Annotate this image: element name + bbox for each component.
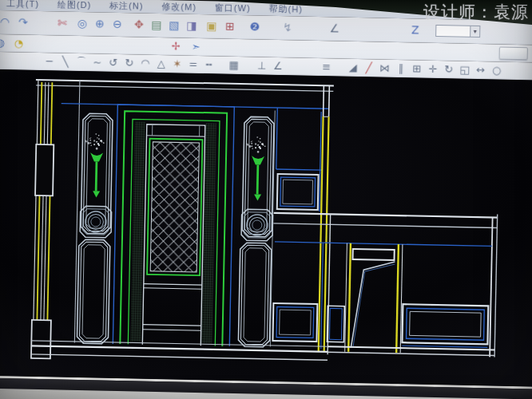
lightning-icon[interactable]: ↯ bbox=[281, 22, 293, 34]
help2-icon[interactable]: ❷ bbox=[248, 21, 260, 33]
scale-icon[interactable]: ◱ bbox=[459, 64, 470, 76]
measure-icon[interactable]: ≡ bbox=[320, 61, 332, 73]
photo-frame: 工具(T)绘图(D)标注(N)修改(M)窗口(W)帮助(H) ✎◠↷✄◎⊕⊖✥▤… bbox=[0, 0, 532, 399]
calculator-icon[interactable]: ⊞ bbox=[224, 21, 236, 33]
lattice-panel bbox=[147, 139, 202, 275]
menu-item-0[interactable]: 工具(T) bbox=[6, 0, 39, 10]
zoom-in-icon[interactable]: ⊕ bbox=[93, 18, 105, 30]
hatch-icon[interactable]: ▦ bbox=[228, 59, 240, 71]
redo-icon[interactable]: ↷ bbox=[17, 16, 29, 28]
zoom-previous-icon[interactable]: Z bbox=[409, 24, 421, 36]
layer-combo[interactable] bbox=[435, 25, 470, 38]
polygon-icon[interactable]: △ bbox=[155, 57, 167, 69]
perp-icon[interactable]: ⊥ bbox=[256, 59, 268, 71]
polyline-icon[interactable]: ~ bbox=[91, 56, 103, 68]
menu-item-1[interactable]: 绘图(D) bbox=[58, 0, 92, 11]
autocad-window: 工具(T)绘图(D)标注(N)修改(M)窗口(W)帮助(H) ✎◠↷✄◎⊕⊖✥▤… bbox=[0, 0, 532, 399]
corner-icon[interactable]: ◢ bbox=[347, 61, 359, 73]
mirror-icon[interactable]: ⋈ bbox=[379, 62, 391, 74]
arc-icon[interactable]: ◠ bbox=[0, 16, 11, 28]
pan-icon[interactable]: ✥ bbox=[133, 18, 145, 30]
angle2-icon[interactable]: ∠ bbox=[272, 60, 284, 72]
star-icon[interactable]: ✶ bbox=[171, 57, 183, 69]
xline-icon[interactable]: ╲ bbox=[59, 56, 71, 68]
dash-icon[interactable]: ╍ bbox=[203, 58, 215, 70]
rotate-icon[interactable]: ↻ bbox=[443, 63, 455, 75]
redo2-icon[interactable]: ↻ bbox=[123, 57, 135, 69]
erase-icon[interactable]: ✄ bbox=[56, 17, 68, 29]
menu-item-5[interactable]: 帮助(H) bbox=[268, 3, 303, 16]
offset-icon[interactable]: ∥ bbox=[395, 62, 407, 74]
menu-item-3[interactable]: 修改(M) bbox=[161, 1, 197, 14]
snap-circle2-icon[interactable]: ◍ bbox=[0, 37, 6, 49]
designer-watermark: 设计师：袁源 bbox=[423, 1, 529, 23]
stretch-icon[interactable]: ↔ bbox=[474, 64, 486, 76]
arc2-icon[interactable]: ⌒ bbox=[75, 56, 87, 68]
redline-icon[interactable]: ╱ bbox=[363, 61, 375, 73]
palettes-icon[interactable]: ◨ bbox=[185, 20, 197, 32]
angle-icon[interactable]: ∠ bbox=[328, 22, 340, 34]
circle2-icon[interactable]: ○ bbox=[490, 64, 502, 76]
snap-circle3-icon[interactable]: ◔ bbox=[13, 37, 25, 49]
drawing-canvas[interactable] bbox=[0, 69, 532, 387]
transom-panel bbox=[353, 249, 395, 260]
arc3-icon[interactable]: ◠ bbox=[139, 57, 151, 69]
move-icon[interactable]: ✛ bbox=[427, 63, 439, 75]
menu-item-4[interactable]: 窗口(W) bbox=[215, 2, 251, 14]
properties-icon[interactable]: ▤ bbox=[150, 19, 162, 31]
overflow-button[interactable] bbox=[499, 46, 528, 60]
markup-icon[interactable]: ▣ bbox=[205, 20, 217, 32]
publish-icon[interactable]: ➣ bbox=[190, 41, 202, 53]
zoom-out-icon[interactable]: ⊖ bbox=[111, 18, 123, 30]
designcenter-icon[interactable]: ▧ bbox=[168, 19, 180, 31]
menu-item-2[interactable]: 标注(N) bbox=[109, 0, 144, 13]
cad-drawing[interactable] bbox=[0, 69, 532, 387]
line-icon[interactable]: ─ bbox=[43, 55, 55, 67]
equal-icon[interactable]: = bbox=[187, 58, 199, 70]
quick-select-icon[interactable]: ✢ bbox=[170, 40, 182, 52]
array-icon[interactable]: ⊞ bbox=[411, 62, 423, 74]
undo2-icon[interactable]: ↺ bbox=[107, 57, 119, 69]
combo-dropdown-icon[interactable]: ▾ bbox=[470, 26, 480, 38]
zoom-window-icon[interactable]: ◎ bbox=[76, 18, 88, 30]
